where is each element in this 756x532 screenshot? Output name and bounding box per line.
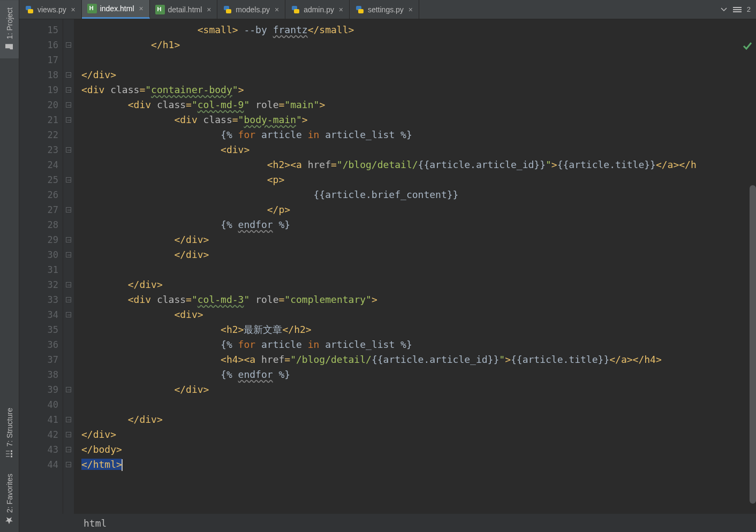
fold-handle[interactable]	[63, 412, 74, 427]
tab-models-py[interactable]: models.py×	[217, 0, 285, 19]
code-line[interactable]: </html>	[81, 457, 756, 472]
close-icon[interactable]: ×	[337, 6, 345, 13]
line-number[interactable]: 21	[19, 112, 58, 127]
line-number[interactable]: 36	[19, 337, 58, 352]
code-line[interactable]: <div class="body-main">	[81, 112, 756, 127]
line-number[interactable]: 37	[19, 352, 58, 367]
tab-detail-html[interactable]: detail.html×	[150, 0, 218, 19]
inspection-ok-icon[interactable]	[742, 41, 753, 51]
code-line[interactable]: <small> --by frantz</small>	[81, 22, 756, 37]
code-line[interactable]: <div>	[81, 142, 756, 157]
line-number[interactable]: 41	[19, 412, 58, 427]
fold-handle[interactable]	[63, 97, 74, 112]
fold-handle[interactable]	[63, 232, 74, 247]
line-number[interactable]: 17	[19, 52, 58, 67]
close-icon[interactable]: ×	[205, 6, 213, 13]
fold-handle[interactable]	[63, 82, 74, 97]
line-number[interactable]: 39	[19, 382, 58, 397]
sidebar-item-structure[interactable]: 7: Structure	[0, 400, 19, 466]
line-number[interactable]: 27	[19, 202, 58, 217]
line-number[interactable]: 24	[19, 157, 58, 172]
line-number[interactable]: 42	[19, 427, 58, 442]
code-line[interactable]: <div class="col-md-3" role="complementar…	[81, 292, 756, 307]
fold-handle[interactable]	[63, 112, 74, 127]
line-number[interactable]: 44	[19, 457, 58, 472]
code-line[interactable]: </div>	[81, 67, 756, 82]
line-number[interactable]: 15	[19, 22, 58, 37]
code-line[interactable]: <h2><a href="/blog/detail/{{article.arti…	[81, 157, 756, 172]
fold-handle[interactable]	[63, 442, 74, 457]
sidebar-item-project[interactable]: 1: Project	[0, 0, 19, 58]
code-line[interactable]: <p>	[81, 172, 756, 187]
line-number[interactable]: 23	[19, 142, 58, 157]
line-number[interactable]: 38	[19, 367, 58, 382]
code-line[interactable]: <h2>最新文章</h2>	[81, 322, 756, 337]
fold-handle[interactable]	[63, 247, 74, 262]
close-icon[interactable]: ×	[273, 6, 281, 13]
tab-admin-py[interactable]: admin.py×	[285, 0, 350, 19]
code-line[interactable]: <h4><a href="/blog/detail/{{article.arti…	[81, 352, 756, 367]
line-number[interactable]: 34	[19, 307, 58, 322]
code-line[interactable]: </div>	[81, 232, 756, 247]
code-line[interactable]: <div>	[81, 307, 756, 322]
line-number[interactable]: 33	[19, 292, 58, 307]
fold-handle[interactable]	[63, 277, 74, 292]
tab-settings-py[interactable]: settings.py×	[350, 0, 419, 19]
fold-handle[interactable]	[63, 427, 74, 442]
fold-column[interactable]	[63, 19, 74, 514]
line-number[interactable]: 28	[19, 217, 58, 232]
line-gutter[interactable]: 1516171819202122232425262728293031323334…	[19, 19, 63, 514]
line-number[interactable]: 25	[19, 172, 58, 187]
vertical-scrollbar[interactable]	[750, 185, 756, 504]
line-number[interactable]: 29	[19, 232, 58, 247]
fold-handle[interactable]	[63, 292, 74, 307]
code-line[interactable]	[81, 262, 756, 277]
line-number[interactable]: 19	[19, 82, 58, 97]
code-line[interactable]: </div>	[81, 412, 756, 427]
tab-overflow-indicator[interactable]: 2	[715, 0, 756, 19]
code-line[interactable]: </div>	[81, 247, 756, 262]
code-line[interactable]: </body>	[81, 442, 756, 457]
line-number[interactable]: 31	[19, 262, 58, 277]
fold-handle[interactable]	[63, 67, 74, 82]
fold-handle[interactable]	[63, 382, 74, 397]
code-line[interactable]: {{article.brief_content}}	[81, 187, 756, 202]
code-line[interactable]: </div>	[81, 382, 756, 397]
line-number[interactable]: 16	[19, 37, 58, 52]
code-line[interactable]: </p>	[81, 202, 756, 217]
code-line[interactable]: <div class="col-md-9" role="main">	[81, 97, 756, 112]
line-number[interactable]: 26	[19, 187, 58, 202]
tab-views-py[interactable]: views.py×	[19, 0, 82, 19]
code-line[interactable]: </div>	[81, 277, 756, 292]
close-icon[interactable]: ×	[138, 5, 145, 12]
code-area[interactable]: <small> --by frantz</small> </h1></div><…	[74, 19, 756, 514]
fold-handle[interactable]	[63, 307, 74, 322]
fold-handle[interactable]	[63, 202, 74, 217]
code-line[interactable]: {% endfor %}	[81, 367, 756, 382]
code-line[interactable]	[81, 397, 756, 412]
close-icon[interactable]: ×	[70, 6, 77, 13]
line-number[interactable]: 43	[19, 442, 58, 457]
line-number[interactable]: 35	[19, 322, 58, 337]
breadcrumb[interactable]: html	[19, 514, 756, 532]
line-number[interactable]: 18	[19, 67, 58, 82]
code-line[interactable]: <div class="container-body">	[81, 82, 756, 97]
sidebar-item-favorites[interactable]: 2: Favorites	[0, 466, 19, 532]
close-icon[interactable]: ×	[407, 6, 414, 13]
code-editor[interactable]: 1516171819202122232425262728293031323334…	[19, 19, 756, 514]
code-line[interactable]: {% for article in article_list %}	[81, 127, 756, 142]
code-line[interactable]: {% for article in article_list %}	[81, 337, 756, 352]
fold-handle[interactable]	[63, 172, 74, 187]
line-number[interactable]: 22	[19, 127, 58, 142]
fold-handle[interactable]	[63, 457, 74, 472]
line-number[interactable]: 30	[19, 247, 58, 262]
code-line[interactable]: </h1>	[81, 37, 756, 52]
code-line[interactable]: {% endfor %}	[81, 217, 756, 232]
code-line[interactable]: </div>	[81, 427, 756, 442]
code-line[interactable]	[81, 52, 756, 67]
line-number[interactable]: 32	[19, 277, 58, 292]
tab-index-html[interactable]: index.html×	[82, 0, 150, 19]
fold-handle[interactable]	[63, 142, 74, 157]
fold-handle[interactable]	[63, 37, 74, 52]
line-number[interactable]: 20	[19, 97, 58, 112]
